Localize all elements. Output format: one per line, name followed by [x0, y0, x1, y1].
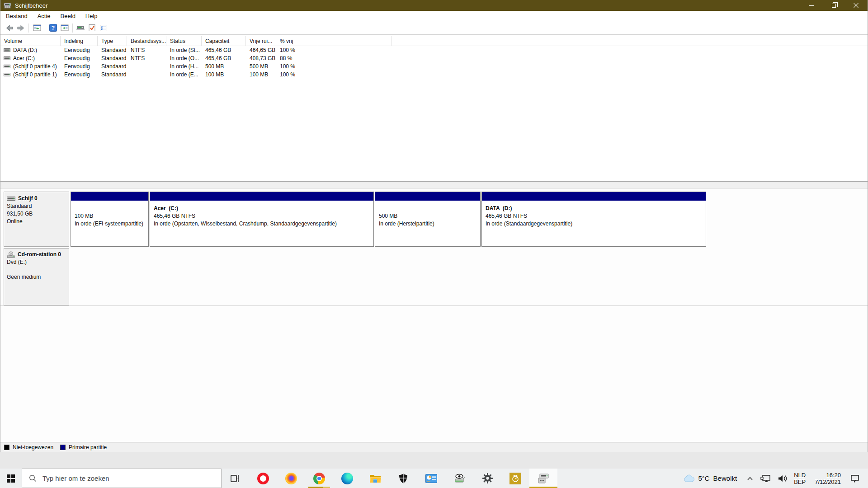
tray-chevron-up-icon[interactable]	[746, 475, 754, 482]
column-header-volume[interactable]: Volume	[0, 36, 61, 46]
disk0-size: 931,50 GB	[7, 210, 66, 218]
partition-efi[interactable]: 100 MB In orde (EFI-systeempartitie)	[71, 192, 149, 247]
cell-status: In orde (O...	[166, 55, 202, 61]
properties-list-icon	[99, 24, 108, 32]
volume-name: Acer (C:)	[13, 55, 35, 61]
opera-button[interactable]	[249, 469, 277, 488]
console-window-button[interactable]	[31, 23, 42, 33]
file-explorer-button[interactable]	[361, 469, 389, 488]
cell-status: In orde (St...	[166, 47, 202, 53]
pane-splitter[interactable]	[0, 181, 868, 189]
partition-data-d[interactable]: DATA (D:) 465,46 GB NTFS In orde (Standa…	[481, 192, 706, 247]
partition-title: DATA (D:)	[486, 205, 702, 212]
column-header-pct-vrij[interactable]: % vrij	[276, 36, 318, 46]
edge-button[interactable]	[333, 469, 361, 488]
check-document-icon	[88, 24, 96, 32]
cell-type: Standaard	[98, 55, 127, 61]
volume-row-data-d[interactable]: DATA (D:) Eenvoudig Standaard NTFS In or…	[0, 46, 868, 54]
restore-button[interactable]	[822, 0, 845, 11]
disk0-label[interactable]: Schijf 0 Standaard 931,50 GB Online	[4, 192, 69, 247]
show-console-button[interactable]	[59, 23, 70, 33]
action-center-icon[interactable]	[850, 474, 860, 483]
back-button[interactable]	[4, 23, 15, 33]
cell-status: In orde (H...	[166, 63, 202, 70]
search-input[interactable]	[42, 474, 192, 482]
task-view-button[interactable]	[221, 469, 249, 488]
volume-name: (Schijf 0 partitie 4)	[13, 63, 57, 70]
weather-condition[interactable]: Bewolkt	[713, 474, 737, 482]
legend-label-unallocated: Niet-toegewezen	[13, 444, 53, 450]
volume-row-partitie-1[interactable]: (Schijf 0 partitie 1) Eenvoudig Standaar…	[0, 70, 868, 79]
legend-swatch-primary-partition	[60, 445, 66, 450]
menu-help[interactable]: Help	[80, 11, 103, 21]
help-button[interactable]: ?	[47, 23, 59, 33]
partition-status: In orde (Opstarten, Wisselbestand, Crash…	[154, 220, 370, 228]
volume-row-acer-c[interactable]: Acer (C:) Eenvoudig Standaard NTFS In or…	[0, 54, 868, 62]
properties-list-button[interactable]	[98, 23, 109, 33]
cdrom-icon	[7, 251, 15, 258]
column-header-vrije-ruimte[interactable]: Vrije rui...	[246, 36, 276, 46]
settings-gear-icon	[482, 473, 493, 484]
restore-icon	[832, 4, 836, 8]
column-header-bestandssysteem[interactable]: Bestandssys...	[127, 36, 166, 46]
cell-capaciteit: 500 MB	[202, 63, 246, 70]
taskbar-app-icons	[221, 469, 557, 488]
keyboard-layout: BEP	[794, 479, 806, 485]
cdrom-drive: Dvd (E:)	[7, 258, 66, 266]
language-indicator[interactable]: NLD BEP	[794, 472, 806, 485]
cell-type: Standaard	[98, 71, 127, 78]
menu-actie[interactable]: Actie	[33, 11, 56, 21]
chrome-button[interactable]	[305, 469, 333, 488]
cell-indeling: Eenvoudig	[61, 71, 98, 78]
disk0-partitions: 100 MB In orde (EFI-systeempartitie) Ace…	[71, 192, 706, 247]
forward-button[interactable]	[15, 23, 26, 33]
network-icon[interactable]	[760, 474, 771, 483]
forward-arrow-icon	[17, 24, 25, 32]
legend-label-primary-partition: Primaire partitie	[69, 444, 107, 450]
firefox-button[interactable]	[277, 469, 305, 488]
disk-management-icon	[537, 473, 550, 484]
disk-icon	[7, 196, 15, 202]
cell-type: Standaard	[98, 63, 127, 70]
windows-security-button[interactable]	[389, 469, 417, 488]
gold-app-button[interactable]	[501, 469, 529, 488]
weather-temperature[interactable]: 5°C	[698, 474, 709, 482]
menu-beeld[interactable]: Beeld	[56, 11, 80, 21]
partition-title: Acer (C:)	[154, 205, 370, 212]
taskbar-search[interactable]	[22, 469, 222, 488]
column-header-indeling[interactable]: Indeling	[61, 36, 98, 46]
system-info-icon	[425, 474, 437, 483]
cell-bestandssysteem: NTFS	[127, 47, 166, 53]
gold-app-icon	[509, 473, 521, 484]
partition-herstel[interactable]: 500 MB In orde (Herstelpartitie)	[375, 192, 481, 247]
weather-cloud-icon[interactable]	[684, 474, 694, 483]
check-document-button[interactable]	[86, 23, 98, 33]
start-button[interactable]	[0, 469, 22, 488]
volume-row-partitie-4[interactable]: (Schijf 0 partitie 4) Eenvoudig Standaar…	[0, 62, 868, 70]
help-icon: ?	[49, 24, 57, 32]
partition-acer-c[interactable]: Acer (C:) 465,46 GB NTFS In orde (Opstar…	[150, 192, 374, 247]
volume-speaker-icon[interactable]	[778, 474, 788, 483]
menu-bestand[interactable]: Bestand	[1, 11, 33, 21]
volume-name: (Schijf 0 partitie 1)	[13, 71, 57, 78]
cell-pct-vrij: 100 %	[276, 71, 318, 78]
file-explorer-icon	[369, 474, 381, 483]
system-info-button[interactable]	[417, 469, 445, 488]
disk-device-button[interactable]	[75, 23, 86, 33]
settings-button[interactable]	[473, 469, 501, 488]
cell-pct-vrij: 100 %	[276, 63, 318, 70]
disk0-type: Standaard	[7, 202, 66, 210]
svg-text:?: ?	[52, 25, 55, 31]
clock[interactable]: 16:20 7/12/2021	[815, 472, 841, 485]
minimize-button[interactable]	[800, 0, 822, 11]
cdrom-label[interactable]: Cd-rom-station 0 Dvd (E:) Geen medium	[4, 248, 69, 305]
column-header-type[interactable]: Type	[98, 36, 127, 46]
column-header-capaciteit[interactable]: Capaciteit	[202, 36, 246, 46]
cdrom-row: Cd-rom-station 0 Dvd (E:) Geen medium	[0, 248, 868, 306]
column-header-status[interactable]: Status	[166, 36, 202, 46]
disk-management-taskbar-button[interactable]	[529, 469, 557, 488]
security-shield-icon	[398, 473, 409, 484]
cdrom-status: Geen medium	[7, 273, 66, 281]
scanner-device-button[interactable]	[445, 469, 473, 488]
close-button[interactable]	[845, 0, 868, 11]
